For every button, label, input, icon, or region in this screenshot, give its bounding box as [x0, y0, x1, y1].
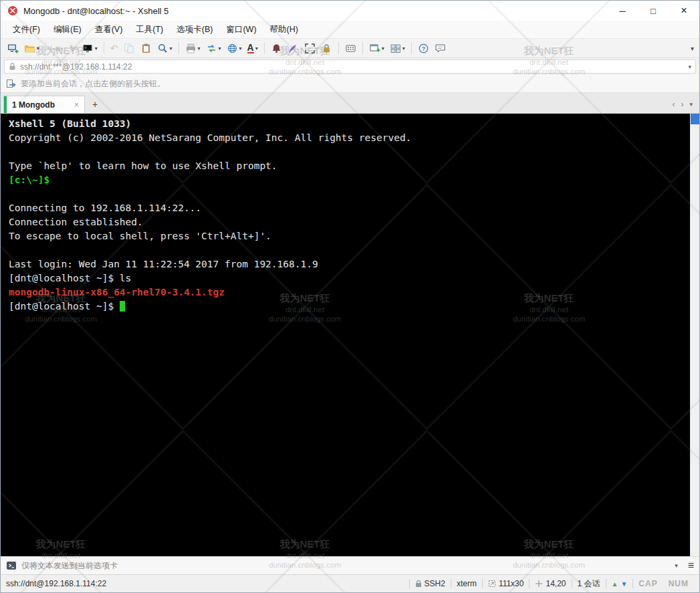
tab-mongodb[interactable]: 1 Mongodb × [3, 96, 85, 113]
close-button[interactable]: × [669, 1, 699, 21]
tab-list-dropdown-icon[interactable]: ▾ [689, 101, 693, 108]
maximize-button[interactable]: □ [638, 1, 669, 21]
open-folder-icon [24, 43, 35, 54]
toolbar-separator [264, 42, 265, 54]
caret-down-icon: ▾ [219, 45, 221, 51]
terminal-scrollbar[interactable] [690, 114, 699, 556]
scroll-down-icon[interactable]: ▼ [620, 580, 627, 588]
compose-menu-icon[interactable]: ≡ [688, 560, 694, 572]
send-mode-dropdown-icon[interactable]: ▾ [675, 562, 678, 569]
terminal-line: Copyright (c) 2002-2016 NetSarang Comput… [9, 131, 690, 145]
window-controls: ─ □ × [607, 1, 699, 21]
xshell-window: Mongodb - dnt@localhost:~ - Xshell 5 ─ □… [0, 0, 700, 593]
undo-button[interactable]: ↶ [108, 40, 120, 56]
menu-tools[interactable]: 工具(T) [129, 21, 170, 38]
status-cursor-position: 14,20 [530, 579, 571, 588]
caret-down-icon: ▾ [170, 45, 172, 51]
keypad-icon [345, 43, 356, 54]
compose-button[interactable] [285, 40, 301, 56]
new-window-icon [369, 43, 380, 54]
menu-help[interactable]: 帮助(H) [263, 21, 305, 38]
menu-view[interactable]: 查看(V) [88, 21, 130, 38]
toolbar-separator [104, 42, 104, 54]
new-session-icon [7, 43, 19, 54]
open-session-button[interactable]: ▾ [22, 40, 41, 56]
address-value: ssh://dnt:***@192.168.1.114:22 [20, 62, 684, 72]
menu-tab[interactable]: 选项卡(B) [170, 21, 219, 38]
session-properties-button[interactable]: ▾ [80, 40, 100, 56]
tab-close-icon[interactable]: × [74, 100, 79, 110]
paste-icon [140, 43, 152, 54]
font-color-button[interactable]: A ▾ [245, 40, 260, 56]
menu-bar: 文件(F) 编辑(E) 查看(V) 工具(T) 选项卡(B) 窗口(W) 帮助(… [1, 21, 699, 38]
svg-text:?: ? [421, 45, 425, 51]
terminal-line: Connecting to 192.168.1.114:22... [9, 201, 690, 215]
disconnect-button[interactable] [50, 40, 66, 56]
address-bar[interactable]: ssh://dnt:***@192.168.1.114:22 ▾ [4, 60, 696, 74]
fullscreen-button[interactable] [302, 40, 318, 56]
terminal-cursor [120, 301, 125, 312]
terminal-line: mongodb-linux-x86_64-rhel70-3.4.1.tgz [9, 285, 690, 300]
disconnect-icon [52, 43, 64, 54]
new-session-button[interactable] [5, 40, 21, 56]
toolbar-separator [362, 42, 363, 54]
find-button[interactable]: ▾ [155, 40, 174, 56]
terminal-line [9, 187, 690, 201]
feedback-button[interactable] [433, 40, 448, 56]
file-transfer-button[interactable]: ▾ [204, 40, 223, 56]
bell-icon [271, 43, 282, 54]
caret-down-icon: ▾ [382, 45, 384, 51]
paste-button[interactable] [138, 40, 154, 56]
terminal[interactable]: Xshell 5 (Build 1033)Copyright (c) 2002-… [1, 114, 699, 556]
fullscreen-icon [304, 43, 316, 54]
tab-scroll-right-icon[interactable]: › [681, 100, 683, 109]
print-button[interactable]: ▾ [183, 40, 203, 56]
compose-bar[interactable]: 仅将文本发送到当前选项卡 ▾ ≡ [1, 556, 699, 574]
lock-screen-button[interactable] [319, 40, 334, 56]
toolbar-separator [338, 42, 339, 54]
quill-icon [287, 43, 299, 54]
scroll-up-icon[interactable]: ▲ [612, 580, 618, 588]
tab-scroll-left-icon[interactable]: ‹ [672, 100, 675, 109]
new-window-button[interactable]: ▾ [367, 40, 386, 56]
terminal-line: To escape to local shell, press 'Ctrl+Al… [9, 229, 690, 243]
reconnect-button[interactable]: ↻ [67, 40, 79, 56]
keypad-button[interactable] [343, 40, 358, 56]
new-tab-button[interactable]: + [88, 97, 102, 112]
address-row: ssh://dnt:***@192.168.1.114:22 ▾ [1, 58, 699, 75]
hint-text: 要添加当前会话，点击左侧的箭头按钮。 [21, 78, 165, 90]
tab-active-indicator [4, 96, 7, 113]
terminal-line: [c:\~]$ [9, 173, 690, 187]
copy-button[interactable] [122, 40, 137, 56]
num-lock-indicator: NUM [663, 579, 694, 588]
address-lock-icon [9, 62, 16, 71]
menu-window[interactable]: 窗口(W) [219, 21, 263, 38]
title-bar: Mongodb - dnt@localhost:~ - Xshell 5 ─ □… [1, 1, 699, 21]
terminal-line [9, 243, 690, 257]
caret-down-icon: ▾ [402, 45, 405, 51]
toolbar-overflow-icon[interactable]: ▾ [691, 45, 695, 52]
terminal-properties-icon [82, 43, 94, 54]
status-bar: ssh://dnt@192.168.1.114:22 SSH2 xterm 11… [1, 574, 699, 592]
menu-edit[interactable]: 编辑(E) [47, 21, 88, 38]
address-dropdown-icon[interactable]: ▾ [688, 64, 691, 70]
status-terminal-size: 111x30 [483, 579, 530, 588]
arrange-windows-button[interactable]: ▾ [388, 40, 407, 56]
toolbar: ▾ ↻ ▾ ↶ ▾ ▾ [1, 38, 699, 58]
minimize-button[interactable]: ─ [607, 1, 638, 21]
menu-file[interactable]: 文件(F) [6, 21, 47, 38]
hint-bar: 要添加当前会话，点击左侧的箭头按钮。 [1, 75, 699, 93]
terminal-line: Type `help' to learn how to use Xshell p… [9, 159, 690, 173]
status-terminal-type: xterm [451, 579, 482, 588]
scroll-buttons: ▲ ▼ [606, 580, 633, 588]
chat-bubble-icon [435, 43, 446, 54]
terminal-line: [dnt@localhost ~]$ [9, 300, 690, 314]
magnifier-icon [157, 43, 168, 54]
web-button[interactable]: ▾ [225, 40, 244, 56]
alert-bell-button[interactable] [269, 40, 284, 56]
help-button[interactable]: ? [416, 40, 431, 56]
scrollbar-thumb[interactable] [691, 114, 699, 124]
window-title: Mongodb - dnt@localhost:~ - Xshell 5 [23, 6, 168, 16]
add-session-arrow-icon[interactable] [6, 79, 16, 89]
copy-icon [124, 43, 135, 54]
